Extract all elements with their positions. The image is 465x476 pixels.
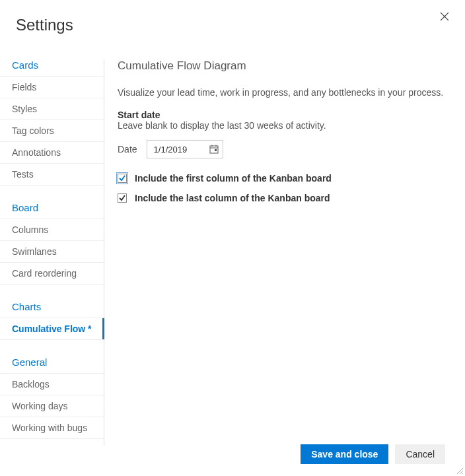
date-input[interactable] bbox=[154, 145, 200, 154]
check-icon bbox=[118, 174, 126, 182]
checkbox-include-last-box[interactable] bbox=[118, 193, 127, 203]
section-heading-board: Board bbox=[0, 197, 104, 219]
section-heading-cards: Cards bbox=[0, 59, 104, 76]
checkbox-include-last-label: Include the last column of the Kanban bo… bbox=[135, 193, 330, 203]
check-icon bbox=[118, 194, 126, 202]
dialog-title: Settings bbox=[0, 0, 465, 34]
calendar-icon[interactable] bbox=[209, 145, 219, 154]
checkbox-include-first-label: Include the first column of the Kanban b… bbox=[135, 173, 332, 184]
start-date-label: Start date bbox=[118, 110, 448, 120]
content-description: Visualize your lead time, work in progre… bbox=[118, 87, 448, 98]
sidebar: Cards Fields Styles Tag colors Annotatio… bbox=[0, 59, 104, 446]
resize-grip-icon[interactable] bbox=[456, 467, 464, 475]
sidebar-item-backlogs[interactable]: Backlogs bbox=[0, 373, 104, 395]
checkbox-include-last: Include the last column of the Kanban bo… bbox=[118, 193, 448, 203]
start-date-help: Leave blank to display the last 30 weeks… bbox=[118, 120, 448, 131]
sidebar-item-columns[interactable]: Columns bbox=[0, 219, 104, 240]
svg-rect-6 bbox=[215, 149, 217, 151]
footer: Save and close Cancel bbox=[301, 444, 445, 464]
sidebar-item-cumulative-flow[interactable]: Cumulative Flow * bbox=[0, 318, 104, 339]
save-and-close-button[interactable]: Save and close bbox=[301, 444, 388, 464]
close-button[interactable] bbox=[440, 12, 450, 22]
sidebar-item-styles[interactable]: Styles bbox=[0, 98, 104, 119]
settings-dialog: Settings Cards Fields Styles Tag colors … bbox=[0, 0, 465, 476]
checkbox-include-first-box[interactable] bbox=[118, 174, 127, 183]
svg-rect-2 bbox=[210, 146, 218, 153]
sidebar-item-working-with-bugs[interactable]: Working with bugs bbox=[0, 417, 104, 439]
sidebar-item-working-days[interactable]: Working days bbox=[0, 395, 104, 417]
sidebar-item-fields[interactable]: Fields bbox=[0, 76, 104, 98]
content-title: Cumulative Flow Diagram bbox=[118, 59, 448, 73]
sidebar-item-tests[interactable]: Tests bbox=[0, 163, 104, 185]
cancel-button[interactable]: Cancel bbox=[395, 444, 445, 464]
section-heading-charts: Charts bbox=[0, 296, 104, 318]
svg-line-7 bbox=[457, 468, 463, 474]
checkbox-include-first: Include the first column of the Kanban b… bbox=[118, 173, 448, 184]
date-field-label: Date bbox=[118, 144, 137, 154]
sidebar-item-swimlanes[interactable]: Swimlanes bbox=[0, 240, 104, 262]
section-heading-general: General bbox=[0, 351, 104, 373]
date-input-wrapper[interactable] bbox=[147, 140, 223, 158]
date-row: Date bbox=[118, 140, 448, 158]
svg-line-9 bbox=[462, 473, 463, 474]
sidebar-item-tag-colors[interactable]: Tag colors bbox=[0, 119, 104, 141]
content-pane: Cumulative Flow Diagram Visualize your l… bbox=[104, 59, 465, 446]
sidebar-item-card-reordering[interactable]: Card reordering bbox=[0, 262, 104, 284]
close-icon bbox=[440, 12, 449, 21]
sidebar-item-annotations[interactable]: Annotations bbox=[0, 141, 104, 163]
